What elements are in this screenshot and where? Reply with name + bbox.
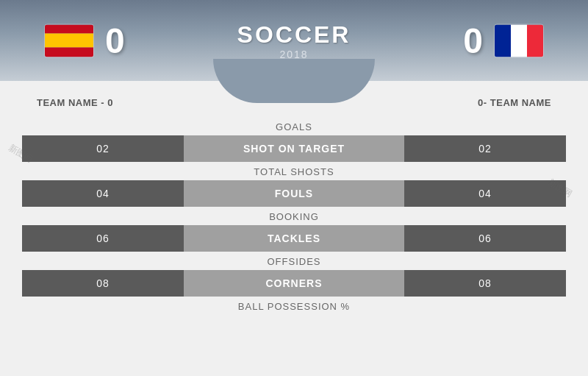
stat-name-tackles: TACKLES: [184, 225, 404, 252]
stat-name-fouls: FOULS: [184, 180, 404, 207]
score-left-number: 0: [105, 21, 125, 61]
val-right-fouls: 04: [404, 180, 566, 207]
flag-france: [494, 24, 544, 57]
scoreboard-header: 0 SOCCER 2018 0: [0, 0, 588, 81]
val-right-tackles: 06: [404, 225, 566, 252]
row-fouls: 04 FOULS 04: [22, 180, 566, 207]
flag-spain: [44, 24, 94, 57]
team-name-right: 0- TEAM NAME: [478, 97, 551, 108]
header-center: SOCCER 2018: [237, 21, 351, 60]
val-right-corners: 08: [404, 270, 566, 297]
stat-name-shot-on-target: SHOT ON TARGET: [184, 135, 404, 162]
val-left-corners: 08: [22, 270, 184, 297]
label-booking: BOOKING: [22, 207, 566, 225]
row-corners: 08 CORNERS 08: [22, 270, 566, 297]
game-title: SOCCER: [237, 21, 351, 49]
stat-name-corners: CORNERS: [184, 270, 404, 297]
game-year: 2018: [237, 49, 351, 60]
label-offsides: OFFSIDES: [22, 252, 566, 270]
label-total-shosts: TOTAL SHOSTS: [22, 162, 566, 180]
scoreboard-container: 0 SOCCER 2018 0 TEAM NAME - 0 0- TEAM NA…: [0, 0, 588, 376]
label-ball-possession: BALL POSSESSION %: [22, 297, 566, 315]
val-left-tackles: 06: [22, 225, 184, 252]
val-right-shot-on-target: 02: [404, 135, 566, 162]
stats-section: GOALS 02 SHOT ON TARGET 02 TOTAL SHOSTS …: [0, 117, 588, 315]
row-tackles: 06 TACKLES 06: [22, 225, 566, 252]
row-shot-on-target: 02 SHOT ON TARGET 02: [22, 135, 566, 162]
label-goals: GOALS: [22, 117, 566, 135]
val-left-shot-on-target: 02: [22, 135, 184, 162]
score-right: 0: [463, 21, 544, 61]
team-name-left: TEAM NAME - 0: [37, 97, 113, 108]
score-right-number: 0: [463, 21, 483, 61]
val-left-fouls: 04: [22, 180, 184, 207]
score-left: 0: [44, 21, 125, 61]
